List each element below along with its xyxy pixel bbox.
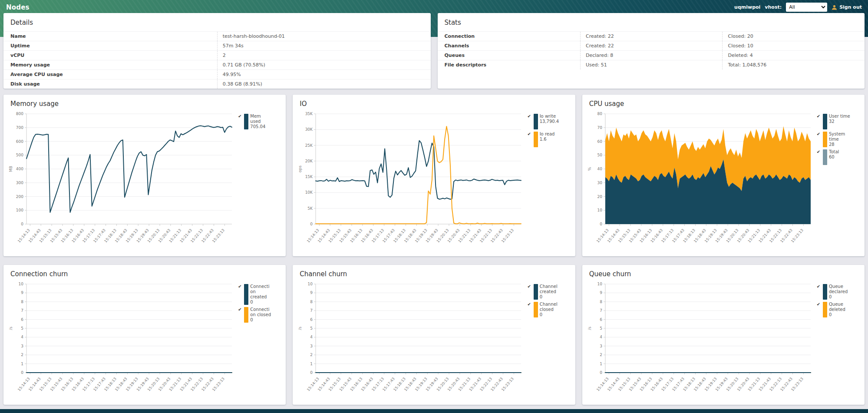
row-value: 49.95% <box>217 70 431 79</box>
legend-item[interactable]: ✔Connection closed0 <box>237 307 283 323</box>
legend-checkmark-icon: ✔ <box>527 302 532 317</box>
chart-title: Channel churn <box>293 265 575 279</box>
legend-swatch <box>244 284 248 305</box>
svg-text:5: 5 <box>310 326 313 330</box>
chart-title: IO <box>293 95 575 109</box>
svg-text:0: 0 <box>21 370 23 375</box>
svg-text:80: 80 <box>597 112 602 116</box>
svg-text:20K: 20K <box>305 159 313 163</box>
legend-item[interactable]: ✔Channel created0 <box>527 284 573 300</box>
svg-text:7: 7 <box>310 308 313 313</box>
row-label: vCPU <box>3 51 217 60</box>
legend-text: Io read1.6 <box>540 132 561 147</box>
row-value: Closed: 10 <box>722 41 865 50</box>
svg-text:20: 20 <box>597 195 602 199</box>
details-panel: Details Name test-harsh-bloodhound-01 Up… <box>3 13 431 89</box>
legend-item[interactable]: ✔Mem used705.04 <box>237 114 283 129</box>
svg-text:4: 4 <box>21 335 23 339</box>
legend-text: Connection closed0 <box>250 307 272 323</box>
legend-item[interactable]: ✔System time28 <box>816 132 862 147</box>
details-title: Details <box>3 13 431 31</box>
svg-text:10K: 10K <box>305 190 313 195</box>
table-row: Memory usage 0.71 GB (70.58%) <box>3 60 431 69</box>
header-controls: uqmiwpoi vhost: All Sign out <box>734 3 862 12</box>
svg-text:0: 0 <box>21 222 23 226</box>
svg-text:1: 1 <box>310 362 313 366</box>
vhost-label: vhost: <box>765 4 782 10</box>
row-value: 2 <box>217 51 431 60</box>
svg-text:ops: ops <box>298 165 302 172</box>
connection-churn-plot: 012345678910/s15:14:1315:14:4315:15:1315… <box>6 279 237 403</box>
legend-item[interactable]: ✔Io write13,790.4 <box>527 114 573 129</box>
legend-item[interactable]: ✔Queue declared0 <box>816 284 862 300</box>
chart-memory-usage: Memory usage 0100200300400500600700800MB… <box>3 95 286 256</box>
stats-title: Stats <box>438 13 865 31</box>
svg-text:600: 600 <box>16 139 23 144</box>
legend-text: System time28 <box>829 132 851 147</box>
main-content: Details Name test-harsh-bloodhound-01 Up… <box>3 13 865 405</box>
svg-text:3: 3 <box>310 344 313 348</box>
legend-checkmark-icon: ✔ <box>237 284 242 305</box>
legend-swatch <box>244 114 248 129</box>
legend-item[interactable]: ✔Channel closed0 <box>527 302 573 317</box>
row-label: Queues <box>438 51 580 60</box>
legend-item[interactable]: ✔Total60 <box>816 149 862 165</box>
row-label: Name <box>3 32 217 41</box>
chart-title: CPU usage <box>582 95 865 109</box>
svg-text:10: 10 <box>597 208 602 212</box>
chart-legend: ✔Mem used705.04 <box>237 109 283 254</box>
svg-text:10: 10 <box>308 282 313 286</box>
chart-title: Memory usage <box>3 95 286 109</box>
stats-panel: Stats Connection Created: 22 Closed: 20 … <box>438 13 865 89</box>
svg-text:4: 4 <box>600 335 602 339</box>
svg-text:5: 5 <box>21 326 23 330</box>
legend-checkmark-icon: ✔ <box>237 114 242 129</box>
chart-channel-churn: Channel churn 012345678910/s15:14:1315:1… <box>293 265 575 405</box>
legend-text: Channel created0 <box>540 284 561 300</box>
svg-text:6: 6 <box>21 317 23 322</box>
user-icon <box>832 5 837 10</box>
legend-swatch <box>823 132 827 147</box>
legend-text: Queue deleted0 <box>829 302 851 317</box>
footer-bar <box>0 409 868 413</box>
table-row: vCPU 2 <box>3 50 431 60</box>
svg-text:300: 300 <box>16 181 23 185</box>
svg-text:8: 8 <box>600 300 602 304</box>
row-label: File descriptors <box>438 60 580 69</box>
svg-text:800: 800 <box>16 112 23 116</box>
legend-swatch <box>823 149 827 165</box>
vhost-select[interactable]: All <box>786 3 827 12</box>
signout-button[interactable]: Sign out <box>832 4 862 10</box>
legend-item[interactable]: ✔Connection created0 <box>237 284 283 305</box>
row-value: 57m 34s <box>217 41 431 50</box>
signout-label: Sign out <box>839 4 862 10</box>
legend-item[interactable]: ✔Io read1.6 <box>527 132 573 147</box>
svg-text:100: 100 <box>16 208 23 212</box>
svg-text:400: 400 <box>16 167 23 171</box>
username: uqmiwpoi <box>734 4 760 10</box>
svg-text:25K: 25K <box>305 143 313 148</box>
chart-io: IO 05K10K15K20K25K30K35Kops15:14:1315:14… <box>293 95 575 256</box>
legend-item[interactable]: ✔Queue deleted0 <box>816 302 862 317</box>
legend-text: Queue declared0 <box>829 284 851 300</box>
row-value: Declared: 8 <box>580 51 723 60</box>
legend-swatch <box>244 307 248 323</box>
svg-text:30K: 30K <box>305 127 313 132</box>
legend-text: Io write13,790.4 <box>540 114 561 129</box>
chart-legend: ✔User time32✔System time28✔Total60 <box>816 109 862 254</box>
svg-text:1: 1 <box>21 362 23 366</box>
legend-checkmark-icon: ✔ <box>816 284 821 300</box>
legend-text: Channel closed0 <box>540 302 561 317</box>
legend-swatch <box>823 284 827 300</box>
legend-text: Mem used705.04 <box>250 114 272 129</box>
legend-checkmark-icon: ✔ <box>816 149 821 165</box>
legend-item[interactable]: ✔User time32 <box>816 114 862 129</box>
svg-text:60: 60 <box>597 139 602 144</box>
svg-text:%: % <box>587 167 592 171</box>
table-row: Connection Created: 22 Closed: 20 <box>438 31 865 41</box>
table-row: Average CPU usage 49.95% <box>3 69 431 79</box>
stats-table: Connection Created: 22 Closed: 20 Channe… <box>438 31 865 69</box>
legend-checkmark-icon: ✔ <box>237 307 242 323</box>
chart-legend: ✔Io write13,790.4✔Io read1.6 <box>527 109 573 254</box>
svg-text:200: 200 <box>16 195 23 199</box>
